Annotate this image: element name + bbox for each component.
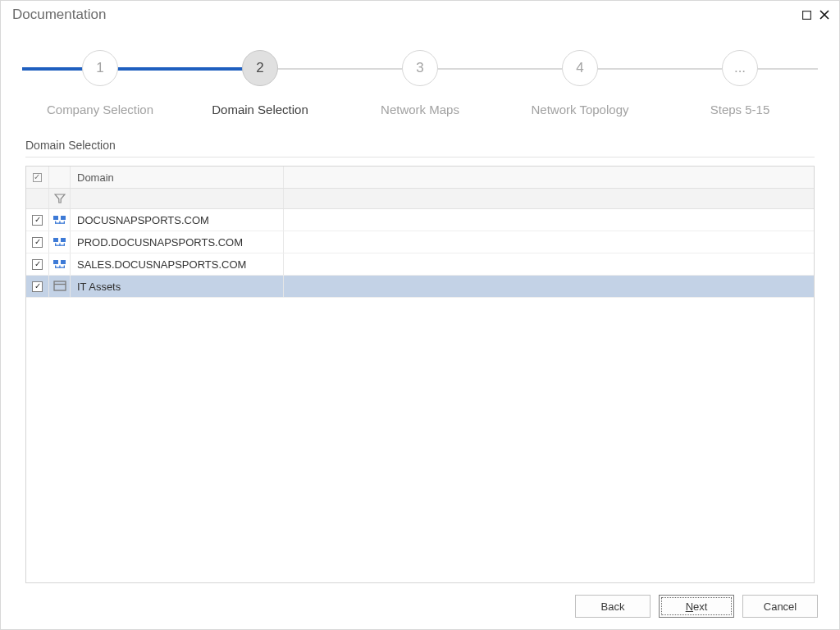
svg-rect-5 (61, 216, 66, 220)
window-title: Documentation (12, 7, 795, 23)
svg-rect-22 (54, 281, 66, 290)
row-checkbox[interactable]: ✓ (26, 276, 49, 297)
next-rest: ext (693, 600, 707, 613)
table-row[interactable]: ✓ IT Assets (26, 276, 814, 298)
svg-rect-8 (63, 221, 64, 223)
close-button[interactable] (818, 8, 831, 21)
svg-rect-10 (53, 238, 58, 242)
filter-rest-cell[interactable] (284, 189, 814, 208)
svg-rect-9 (59, 221, 60, 223)
table-row[interactable]: ✓ DOCUSNAPSPORTS.COM (26, 209, 814, 231)
maximize-button[interactable] (800, 8, 813, 21)
row-domain-name: IT Assets (71, 276, 284, 297)
funnel-icon (54, 193, 66, 204)
step-label: Network Topology (502, 103, 658, 116)
row-checkbox[interactable]: ✓ (26, 209, 49, 231)
table-row[interactable]: ✓ PROD.DOCUSNAPSPORTS.COM (26, 231, 814, 253)
row-spacer (284, 231, 814, 253)
row-icon (49, 276, 71, 297)
domain-icon (53, 237, 66, 248)
svg-rect-15 (59, 243, 60, 245)
next-button[interactable]: Next (659, 595, 734, 618)
row-spacer (284, 253, 814, 275)
back-button[interactable]: Back (575, 595, 651, 618)
assets-icon (53, 281, 66, 292)
row-domain-name: DOCUSNAPSPORTS.COM (71, 209, 284, 231)
step-label: Company Selection (22, 103, 178, 116)
grid-body: Domain ✓ (26, 167, 814, 582)
row-icon (49, 231, 71, 253)
row-domain-name: PROD.DOCUSNAPSPORTS.COM (71, 231, 284, 253)
step-circle: 2 (242, 50, 278, 86)
svg-marker-3 (55, 194, 65, 203)
domain-icon (53, 259, 66, 270)
step-3[interactable]: 3 Network Maps (342, 37, 498, 116)
wizard-stepper: 1 Company Selection 2 Domain Selection 3… (22, 37, 818, 127)
svg-rect-20 (63, 265, 64, 267)
row-checkbox[interactable]: ✓ (26, 253, 49, 275)
filter-domain-cell[interactable] (71, 189, 284, 208)
row-icon (49, 253, 71, 275)
step-1[interactable]: 1 Company Selection (22, 37, 178, 116)
step-label: Network Maps (342, 103, 498, 116)
checkbox-icon: ✓ (32, 215, 43, 226)
row-spacer (284, 209, 814, 231)
checkbox-icon (33, 173, 42, 182)
domain-icon (53, 215, 66, 226)
grid-filter-row (26, 189, 814, 209)
svg-rect-21 (59, 265, 60, 267)
svg-rect-0 (802, 11, 810, 19)
filter-chk-cell (26, 189, 49, 208)
cancel-button[interactable]: Cancel (742, 595, 818, 618)
step-circle: ... (722, 50, 758, 86)
step-circle: 1 (82, 50, 118, 86)
row-spacer (284, 276, 814, 297)
step-more[interactable]: ... Steps 5-15 (662, 37, 818, 116)
step-2[interactable]: 2 Domain Selection (182, 37, 338, 116)
header-select-all[interactable] (26, 167, 49, 188)
step-label: Domain Selection (182, 103, 338, 116)
svg-rect-16 (53, 260, 58, 264)
filter-funnel[interactable] (49, 189, 71, 208)
section-rule (25, 157, 815, 158)
dialog-footer: Back Next Cancel (1, 583, 839, 629)
step-circle: 4 (562, 50, 598, 86)
dialog-window: Documentation 1 Company Selection 2 Doma… (0, 0, 840, 630)
svg-rect-7 (55, 221, 56, 223)
svg-rect-4 (53, 216, 58, 220)
header-spacer (284, 167, 814, 188)
step-label: Steps 5-15 (662, 103, 818, 116)
svg-rect-13 (55, 243, 56, 245)
checkbox-icon: ✓ (32, 259, 43, 270)
step-4[interactable]: 4 Network Topology (502, 37, 658, 116)
titlebar: Documentation (1, 1, 839, 29)
row-icon (49, 209, 71, 231)
svg-rect-14 (63, 243, 64, 245)
next-mnemonic: N (686, 600, 693, 613)
svg-rect-17 (61, 260, 66, 264)
stepper-steps: 1 Company Selection 2 Domain Selection 3… (22, 37, 818, 116)
header-domain[interactable]: Domain (71, 167, 284, 188)
svg-rect-19 (55, 265, 56, 267)
grid-header: Domain (26, 167, 814, 189)
checkbox-icon: ✓ (32, 237, 43, 248)
step-circle: 3 (402, 50, 438, 86)
domain-grid: Domain ✓ (25, 166, 815, 583)
checkbox-icon: ✓ (32, 281, 43, 292)
section-title: Domain Selection (25, 139, 815, 152)
row-checkbox[interactable]: ✓ (26, 231, 49, 253)
row-domain-name: SALES.DOCUSNAPSPORTS.COM (71, 253, 284, 275)
header-icon-col (49, 167, 71, 188)
svg-rect-11 (61, 238, 66, 242)
table-row[interactable]: ✓ SALES.DOCUSNAPSPORTS.COM (26, 253, 814, 276)
